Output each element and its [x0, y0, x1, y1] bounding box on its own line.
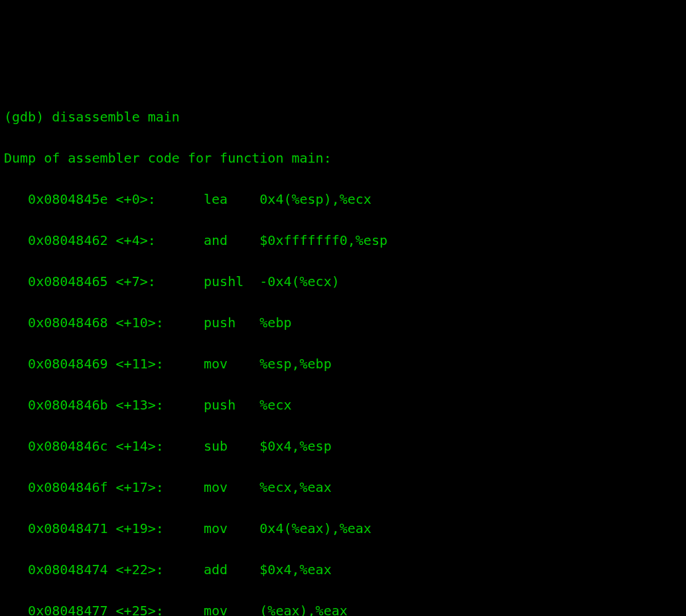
asm-pad	[156, 191, 204, 207]
asm-addr: 0x08048468	[28, 313, 115, 333]
asm-pad2	[228, 438, 259, 454]
asm-line: 0x08048465<+7>: pushl -0x4(%ecx)	[4, 271, 686, 292]
asm-mnemonic: push	[204, 397, 236, 413]
asm-mnemonic: mov	[204, 356, 228, 372]
asm-line: 0x0804846f<+17>: mov %ecx,%eax	[4, 477, 686, 498]
asm-offset: <+4>:	[116, 232, 156, 248]
asm-addr: 0x08048477	[28, 601, 115, 616]
asm-offset: <+25>:	[116, 603, 164, 616]
asm-pad2	[228, 479, 259, 495]
asm-pad2	[228, 191, 259, 207]
asm-pad	[164, 356, 204, 372]
asm-addr: 0x0804845e	[28, 189, 115, 210]
asm-mnemonic: mov	[204, 603, 228, 616]
asm-addr: 0x0804846c	[28, 436, 115, 457]
asm-offset: <+17>:	[116, 479, 164, 495]
asm-offset: <+0>:	[116, 191, 156, 207]
asm-addr: 0x08048465	[28, 271, 115, 292]
asm-mnemonic: sub	[204, 438, 228, 454]
asm-offset: <+11>:	[116, 356, 164, 372]
asm-line: 0x0804846b<+13>: push %ecx	[4, 395, 686, 416]
asm-mnemonic: mov	[204, 520, 228, 536]
asm-mnemonic: and	[204, 232, 228, 248]
asm-pad	[164, 603, 204, 616]
asm-operands: %ecx,%eax	[259, 479, 331, 495]
asm-operands: 0x4(%eax),%eax	[259, 520, 372, 536]
asm-offset: <+19>:	[116, 520, 164, 536]
asm-line: 0x08048471<+19>: mov 0x4(%eax),%eax	[4, 518, 686, 539]
asm-pad	[164, 397, 204, 413]
asm-pad	[164, 562, 204, 578]
gdb-command-disasm: disassemble main	[52, 109, 180, 125]
gdb-prompt: (gdb)	[4, 109, 52, 125]
asm-offset: <+14>:	[116, 438, 164, 454]
asm-operands: %ecx	[259, 397, 291, 413]
asm-pad	[164, 438, 204, 454]
asm-operands: 0x4(%esp),%ecx	[259, 191, 372, 207]
asm-pad2	[236, 315, 259, 331]
asm-pad	[164, 479, 204, 495]
gdb-prompt-line: (gdb) disassemble main	[4, 107, 686, 127]
asm-line: 0x08048469<+11>: mov %esp,%ebp	[4, 354, 686, 374]
terminal[interactable]: (gdb) disassemble main Dump of assembler…	[4, 86, 686, 616]
asm-addr: 0x0804846b	[28, 395, 115, 416]
asm-offset: <+13>:	[116, 397, 164, 413]
asm-pad2	[228, 232, 259, 248]
asm-operands: $0x4,%esp	[259, 438, 331, 454]
asm-offset: <+22>:	[116, 562, 164, 578]
asm-operands: $0xfffffff0,%esp	[259, 232, 387, 248]
asm-mnemonic: mov	[204, 479, 228, 495]
asm-line: 0x08048477<+25>: mov (%eax),%eax	[4, 601, 686, 616]
asm-pad	[164, 315, 204, 331]
asm-mnemonic: push	[204, 315, 236, 331]
asm-addr: 0x08048462	[28, 230, 115, 251]
asm-operands: $0x4,%eax	[259, 562, 331, 578]
asm-line: 0x08048462<+4>: and $0xfffffff0,%esp	[4, 230, 686, 251]
asm-offset: <+7>:	[116, 273, 156, 289]
asm-mnemonic: lea	[204, 191, 228, 207]
asm-operands: %ebp	[259, 315, 291, 331]
dump-header: Dump of assembler code for function main…	[4, 148, 686, 169]
asm-pad2	[228, 356, 259, 372]
asm-operands: %esp,%ebp	[259, 356, 331, 372]
asm-pad	[156, 273, 204, 289]
asm-pad2	[228, 562, 259, 578]
asm-mnemonic: pushl	[204, 273, 243, 289]
asm-pad2	[228, 520, 259, 536]
asm-offset: <+10>:	[116, 315, 164, 331]
asm-line: 0x08048468<+10>: push %ebp	[4, 313, 686, 333]
asm-line: 0x08048474<+22>: add $0x4,%eax	[4, 560, 686, 580]
asm-operands: (%eax),%eax	[259, 603, 347, 616]
asm-addr: 0x08048474	[28, 560, 115, 580]
asm-line: 0x0804846c<+14>: sub $0x4,%esp	[4, 436, 686, 457]
asm-addr: 0x0804846f	[28, 477, 115, 498]
asm-pad2	[236, 397, 259, 413]
asm-addr: 0x08048469	[28, 354, 115, 374]
asm-addr: 0x08048471	[28, 518, 115, 539]
asm-pad2	[228, 603, 259, 616]
asm-pad2	[243, 273, 259, 289]
asm-pad	[156, 232, 204, 248]
asm-line: 0x0804845e<+0>: lea 0x4(%esp),%ecx	[4, 189, 686, 210]
asm-operands: -0x4(%ecx)	[259, 273, 339, 289]
asm-pad	[164, 520, 204, 536]
asm-mnemonic: add	[204, 562, 228, 578]
